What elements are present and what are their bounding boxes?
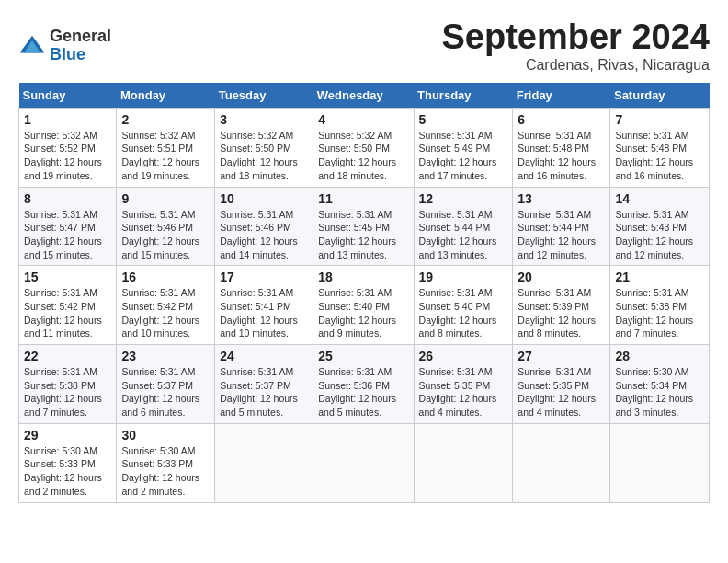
logo-line1: General <box>50 28 111 46</box>
calendar-header-row: SundayMondayTuesdayWednesdayThursdayFrid… <box>19 83 710 109</box>
day-number: 20 <box>518 270 605 284</box>
day-info: Sunrise: 5:31 AM Sunset: 5:44 PM Dayligh… <box>419 208 508 262</box>
day-info: Sunrise: 5:31 AM Sunset: 5:38 PM Dayligh… <box>615 286 704 340</box>
calendar-cell: 1 Sunrise: 5:32 AM Sunset: 5:52 PM Dayli… <box>19 108 117 187</box>
day-number: 7 <box>615 112 704 127</box>
day-info: Sunrise: 5:30 AM Sunset: 5:34 PM Dayligh… <box>615 365 704 419</box>
day-number: 27 <box>518 349 605 363</box>
logo-text: General Blue <box>50 28 111 64</box>
calendar-cell: 7 Sunrise: 5:31 AM Sunset: 5:48 PM Dayli… <box>610 108 710 187</box>
day-number: 3 <box>220 112 308 127</box>
day-info: Sunrise: 5:31 AM Sunset: 5:46 PM Dayligh… <box>220 208 308 262</box>
calendar-week-row: 29 Sunrise: 5:30 AM Sunset: 5:33 PM Dayl… <box>19 423 710 502</box>
calendar-cell: 13 Sunrise: 5:31 AM Sunset: 5:44 PM Dayl… <box>513 187 610 266</box>
day-info: Sunrise: 5:31 AM Sunset: 5:48 PM Dayligh… <box>518 129 605 183</box>
calendar-cell: 12 Sunrise: 5:31 AM Sunset: 5:44 PM Dayl… <box>414 187 513 266</box>
calendar-cell: 25 Sunrise: 5:31 AM Sunset: 5:36 PM Dayl… <box>313 345 414 424</box>
day-info: Sunrise: 5:31 AM Sunset: 5:47 PM Dayligh… <box>24 208 111 262</box>
calendar-cell: 29 Sunrise: 5:30 AM Sunset: 5:33 PM Dayl… <box>19 423 117 502</box>
logo-line2: Blue <box>50 46 111 64</box>
calendar-cell <box>414 423 513 502</box>
calendar-week-row: 8 Sunrise: 5:31 AM Sunset: 5:47 PM Dayli… <box>19 187 710 266</box>
day-number: 17 <box>220 270 308 284</box>
calendar-cell: 9 Sunrise: 5:31 AM Sunset: 5:46 PM Dayli… <box>117 187 215 266</box>
day-info: Sunrise: 5:31 AM Sunset: 5:43 PM Dayligh… <box>615 208 704 262</box>
calendar-cell <box>610 423 710 502</box>
day-number: 14 <box>615 191 704 206</box>
title-block: September 2024 Cardenas, Rivas, Nicaragu… <box>442 18 711 74</box>
day-number: 9 <box>121 191 210 206</box>
day-number: 15 <box>24 270 111 284</box>
day-info: Sunrise: 5:32 AM Sunset: 5:50 PM Dayligh… <box>220 129 308 183</box>
calendar-cell: 17 Sunrise: 5:31 AM Sunset: 5:41 PM Dayl… <box>215 266 313 345</box>
day-number: 29 <box>24 428 111 442</box>
calendar-cell: 15 Sunrise: 5:31 AM Sunset: 5:42 PM Dayl… <box>19 266 117 345</box>
day-info: Sunrise: 5:32 AM Sunset: 5:52 PM Dayligh… <box>24 129 111 183</box>
calendar-week-row: 22 Sunrise: 5:31 AM Sunset: 5:38 PM Dayl… <box>19 345 710 424</box>
day-number: 10 <box>220 191 308 206</box>
day-info: Sunrise: 5:31 AM Sunset: 5:39 PM Dayligh… <box>518 286 605 340</box>
col-header-tuesday: Tuesday <box>215 83 313 109</box>
day-number: 16 <box>121 270 210 284</box>
logo: General Blue <box>18 28 111 64</box>
day-info: Sunrise: 5:31 AM Sunset: 5:49 PM Dayligh… <box>419 129 508 183</box>
calendar-cell: 6 Sunrise: 5:31 AM Sunset: 5:48 PM Dayli… <box>513 108 610 187</box>
location: Cardenas, Rivas, Nicaragua <box>442 57 711 74</box>
col-header-friday: Friday <box>513 83 610 109</box>
day-number: 26 <box>419 349 508 363</box>
day-info: Sunrise: 5:30 AM Sunset: 5:33 PM Dayligh… <box>121 444 210 499</box>
calendar-cell: 2 Sunrise: 5:32 AM Sunset: 5:51 PM Dayli… <box>117 108 215 187</box>
day-info: Sunrise: 5:31 AM Sunset: 5:44 PM Dayligh… <box>518 208 605 262</box>
calendar-cell: 5 Sunrise: 5:31 AM Sunset: 5:49 PM Dayli… <box>414 108 513 187</box>
calendar-cell <box>313 423 414 502</box>
calendar-cell: 26 Sunrise: 5:31 AM Sunset: 5:35 PM Dayl… <box>414 345 513 424</box>
calendar-cell <box>215 423 313 502</box>
day-info: Sunrise: 5:31 AM Sunset: 5:45 PM Dayligh… <box>318 208 408 262</box>
day-number: 1 <box>24 112 111 127</box>
calendar-cell: 4 Sunrise: 5:32 AM Sunset: 5:50 PM Dayli… <box>313 108 414 187</box>
calendar-cell: 24 Sunrise: 5:31 AM Sunset: 5:37 PM Dayl… <box>215 345 313 424</box>
col-header-sunday: Sunday <box>19 83 117 109</box>
day-info: Sunrise: 5:31 AM Sunset: 5:40 PM Dayligh… <box>318 286 408 340</box>
calendar-cell: 19 Sunrise: 5:31 AM Sunset: 5:40 PM Dayl… <box>414 266 513 345</box>
col-header-wednesday: Wednesday <box>313 83 414 109</box>
day-number: 30 <box>121 428 210 442</box>
calendar-cell: 10 Sunrise: 5:31 AM Sunset: 5:46 PM Dayl… <box>215 187 313 266</box>
day-info: Sunrise: 5:31 AM Sunset: 5:42 PM Dayligh… <box>24 286 111 340</box>
day-number: 18 <box>318 270 408 284</box>
calendar-cell: 8 Sunrise: 5:31 AM Sunset: 5:47 PM Dayli… <box>19 187 117 266</box>
col-header-monday: Monday <box>117 83 215 109</box>
day-number: 5 <box>419 112 508 127</box>
calendar-cell: 3 Sunrise: 5:32 AM Sunset: 5:50 PM Dayli… <box>215 108 313 187</box>
calendar-cell: 23 Sunrise: 5:31 AM Sunset: 5:37 PM Dayl… <box>117 345 215 424</box>
day-info: Sunrise: 5:31 AM Sunset: 5:37 PM Dayligh… <box>220 365 308 419</box>
day-number: 2 <box>121 112 210 127</box>
day-info: Sunrise: 5:31 AM Sunset: 5:35 PM Dayligh… <box>518 365 605 419</box>
day-info: Sunrise: 5:32 AM Sunset: 5:51 PM Dayligh… <box>121 129 210 183</box>
day-number: 21 <box>615 270 704 284</box>
day-info: Sunrise: 5:31 AM Sunset: 5:41 PM Dayligh… <box>220 286 308 340</box>
day-number: 23 <box>121 349 210 363</box>
day-info: Sunrise: 5:31 AM Sunset: 5:36 PM Dayligh… <box>318 365 408 419</box>
calendar-cell: 11 Sunrise: 5:31 AM Sunset: 5:45 PM Dayl… <box>313 187 414 266</box>
logo-icon <box>18 32 46 60</box>
day-number: 6 <box>518 112 605 127</box>
calendar-cell: 21 Sunrise: 5:31 AM Sunset: 5:38 PM Dayl… <box>610 266 710 345</box>
day-number: 22 <box>24 349 111 363</box>
calendar-cell: 14 Sunrise: 5:31 AM Sunset: 5:43 PM Dayl… <box>610 187 710 266</box>
day-info: Sunrise: 5:31 AM Sunset: 5:40 PM Dayligh… <box>419 286 508 340</box>
page-header: General Blue September 2024 Cardenas, Ri… <box>18 18 710 74</box>
day-number: 25 <box>318 349 408 363</box>
day-info: Sunrise: 5:32 AM Sunset: 5:50 PM Dayligh… <box>318 129 408 183</box>
day-info: Sunrise: 5:31 AM Sunset: 5:48 PM Dayligh… <box>615 129 704 183</box>
day-number: 24 <box>220 349 308 363</box>
day-info: Sunrise: 5:31 AM Sunset: 5:42 PM Dayligh… <box>121 286 210 340</box>
day-number: 13 <box>518 191 605 206</box>
day-info: Sunrise: 5:31 AM Sunset: 5:37 PM Dayligh… <box>121 365 210 419</box>
day-number: 12 <box>419 191 508 206</box>
day-info: Sunrise: 5:31 AM Sunset: 5:35 PM Dayligh… <box>419 365 508 419</box>
calendar-cell: 20 Sunrise: 5:31 AM Sunset: 5:39 PM Dayl… <box>513 266 610 345</box>
day-number: 11 <box>318 191 408 206</box>
calendar-cell: 30 Sunrise: 5:30 AM Sunset: 5:33 PM Dayl… <box>117 423 215 502</box>
calendar-week-row: 1 Sunrise: 5:32 AM Sunset: 5:52 PM Dayli… <box>19 108 710 187</box>
